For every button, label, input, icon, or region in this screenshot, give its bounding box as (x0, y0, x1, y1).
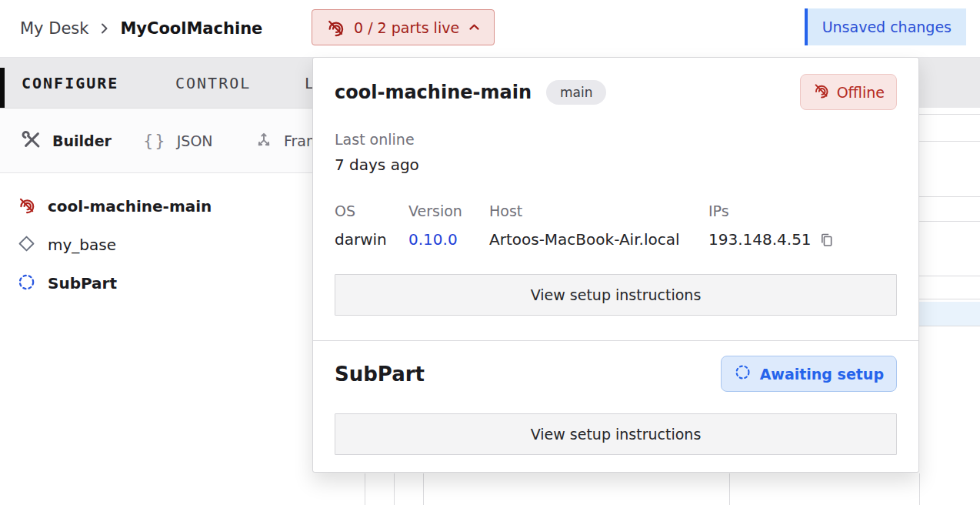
view-setup-instructions-button-main[interactable]: View setup instructions (335, 274, 897, 316)
tree-item-main-part[interactable]: cool-machine-main (17, 189, 212, 224)
breadcrumb-machine-name: MyCoolMachine (120, 19, 262, 38)
background-row-line (919, 299, 980, 299)
last-online-value: 7 days ago (335, 156, 897, 174)
background-column-line (729, 473, 730, 505)
parts-live-status-dropdown-button[interactable]: 0 / 2 parts live (312, 9, 495, 45)
top-header-bar: My Desk MyCoolMachine 0 / 2 parts live U… (0, 0, 980, 58)
copy-icon[interactable] (818, 232, 835, 248)
tab-control[interactable]: CONTROL (175, 58, 251, 108)
chevron-up-icon (468, 21, 481, 34)
background-page-fragment (919, 108, 980, 505)
info-header-os: OS (335, 202, 408, 219)
offline-status-badge: Offline (800, 74, 897, 110)
main-part-header: cool-machine-main main Offline (335, 74, 897, 110)
background-row-line (919, 114, 980, 115)
info-header-ips: IPs (708, 202, 897, 219)
background-row-line (919, 196, 980, 197)
main-part-tag-pill: main (546, 80, 606, 105)
background-row-line (919, 326, 980, 326)
tree-item-subpart[interactable]: SubPart (17, 266, 117, 301)
parts-status-dropdown-panel: cool-machine-main main Offline Last onli… (312, 57, 919, 473)
dashed-circle-icon (17, 273, 36, 295)
main-part-name: cool-machine-main (335, 82, 532, 103)
mode-json-label: JSON (177, 132, 213, 149)
frame-axes-icon (254, 129, 274, 152)
background-row-line (919, 141, 980, 142)
dashed-circle-icon (734, 363, 752, 384)
tree-item-label: my_base (48, 236, 116, 254)
info-value-version-link[interactable]: 0.10.0 (408, 230, 489, 249)
subpart-section: SubPart Awaiting setup View setup instru… (313, 340, 918, 455)
background-row-line (919, 276, 980, 276)
info-value-os: darwin (335, 230, 408, 249)
tree-item-my-base[interactable]: my_base (17, 227, 116, 263)
offline-icon (325, 18, 345, 38)
mode-json-button[interactable]: {} JSON (143, 109, 213, 173)
info-value-host: Artoos-MacBook-Air.local (489, 230, 708, 249)
chevron-right-icon (99, 21, 109, 36)
left-accent-bar (0, 68, 5, 108)
tools-icon (22, 129, 42, 153)
unsaved-changes-badge: Unsaved changes (805, 8, 966, 45)
info-value-ips: 193.148.4.51 (708, 230, 897, 249)
awaiting-setup-badge[interactable]: Awaiting setup (721, 356, 897, 392)
last-online-label: Last online (335, 131, 897, 148)
background-column-line (394, 473, 395, 505)
breadcrumb-parent-link[interactable]: My Desk (20, 19, 88, 38)
parts-live-label: 0 / 2 parts live (354, 19, 459, 36)
mode-builder-button[interactable]: Builder (22, 109, 112, 173)
breadcrumb: My Desk MyCoolMachine (20, 0, 262, 57)
mode-builder-label: Builder (52, 132, 112, 149)
view-setup-instructions-button-subpart[interactable]: View setup instructions (335, 413, 897, 455)
offline-icon (812, 82, 830, 102)
background-column-line (919, 473, 920, 505)
tab-configure[interactable]: CONFIGURE (22, 58, 118, 108)
ip-address: 193.148.4.51 (708, 230, 812, 249)
info-header-host: Host (489, 202, 708, 219)
tree-item-label: SubPart (48, 274, 117, 293)
background-selected-row (919, 302, 980, 326)
awaiting-setup-label: Awaiting setup (760, 366, 884, 383)
braces-icon: {} (143, 132, 167, 150)
background-row-line (919, 221, 980, 222)
offline-status-label: Offline (837, 84, 885, 101)
info-header-version: Version (408, 202, 489, 219)
background-column-line (423, 473, 424, 505)
subpart-header: SubPart Awaiting setup (335, 356, 897, 392)
unsaved-changes-label: Unsaved changes (822, 18, 952, 35)
part-info-table: OS Version Host IPs darwin 0.10.0 Artoos… (335, 202, 897, 249)
background-column-line (365, 473, 365, 505)
subpart-name: SubPart (335, 363, 425, 386)
diamond-icon (17, 234, 36, 256)
tree-item-label: cool-machine-main (48, 197, 212, 216)
offline-icon (17, 196, 36, 218)
